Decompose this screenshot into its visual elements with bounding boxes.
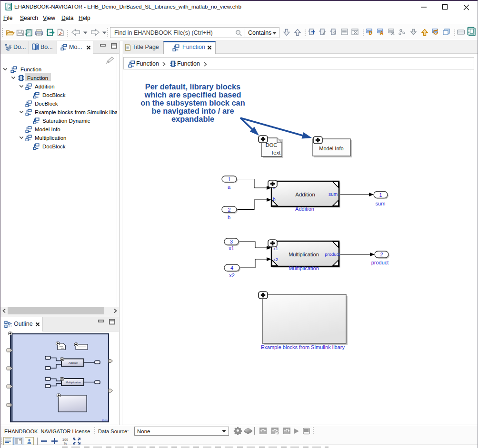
svg-text:product: product [325, 252, 340, 257]
svg-text:b: b [228, 214, 230, 220]
svg-text:Model Info: Model Info [319, 146, 343, 151]
svg-text:a: a [228, 184, 231, 190]
svg-text:2: 2 [228, 207, 230, 213]
svg-text:sum: sum [376, 201, 386, 206]
svg-text:3: 3 [230, 239, 233, 244]
svg-text:expandable: expandable [171, 115, 214, 123]
svg-text:sum: sum [329, 192, 338, 197]
svg-text:DOC: DOC [266, 142, 278, 148]
svg-text:D: D [369, 30, 372, 36]
svg-text:EH-N: EH-N [102, 419, 109, 422]
svg-text:Multiplication: Multiplication [289, 265, 319, 271]
svg-text:Text: Text [271, 150, 280, 156]
svg-text:1: 1 [379, 192, 382, 198]
svg-text:be navigated into / are: be navigated into / are [151, 107, 234, 115]
svg-text:Addition: Addition [295, 192, 315, 197]
svg-text:b: b [273, 197, 276, 202]
svg-text:x2: x2 [273, 257, 278, 262]
svg-text:Example blocks from Simulink l: Example blocks from Simulink libary [261, 344, 345, 350]
svg-text:4: 4 [230, 265, 233, 271]
svg-text:product: product [371, 260, 389, 265]
svg-text:Multiplication: Multiplication [289, 252, 319, 257]
svg-text:A: A [380, 30, 383, 36]
svg-text:on the subsystem block can: on the subsystem block can [140, 98, 245, 107]
svg-text:Addition: Addition [69, 361, 78, 364]
svg-text:which are specified based: which are specified based [144, 90, 241, 99]
svg-text:Multiplication: Multiplication [66, 381, 81, 384]
svg-text:Per default, library blocks: Per default, library blocks [145, 82, 240, 91]
svg-text:x1: x1 [229, 245, 234, 251]
svg-text:Addition: Addition [295, 206, 314, 212]
svg-text:1: 1 [228, 176, 230, 182]
svg-text:x2: x2 [229, 273, 235, 278]
svg-text:2: 2 [380, 252, 383, 257]
